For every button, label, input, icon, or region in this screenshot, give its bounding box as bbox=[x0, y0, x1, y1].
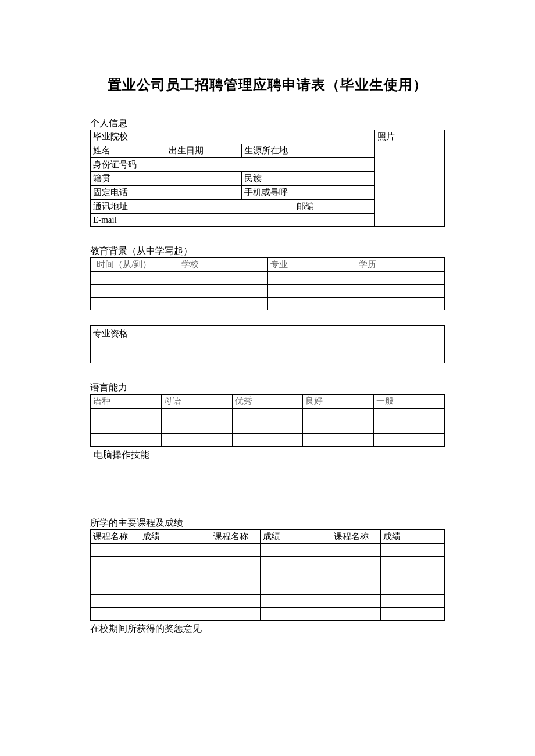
mobile-label: 手机或寻呼 bbox=[242, 186, 294, 200]
education-table: 时间（从/到） 学校 专业 学历 bbox=[90, 257, 445, 310]
email-label: E-mail bbox=[91, 214, 375, 227]
spacer bbox=[90, 363, 445, 378]
edu-col-time: 时间（从/到） bbox=[91, 258, 179, 272]
computer-skills-heading: 电脑操作技能 bbox=[94, 449, 445, 461]
lang-col-good: 良好 bbox=[303, 395, 374, 409]
table-row bbox=[91, 544, 445, 557]
course-col-score-3: 成绩 bbox=[381, 530, 445, 544]
table-row bbox=[91, 434, 445, 447]
document-title: 置业公司员工招聘管理应聘申请表（毕业生使用） bbox=[90, 76, 445, 94]
awards-heading: 在校期间所获得的奖惩意见 bbox=[90, 623, 445, 635]
course-col-name-1: 课程名称 bbox=[91, 530, 140, 544]
course-col-name-3: 课程名称 bbox=[331, 530, 381, 544]
lang-col-native: 母语 bbox=[161, 395, 232, 409]
language-table: 语种 母语 优秀 良好 一般 bbox=[90, 394, 445, 447]
spacer bbox=[90, 461, 445, 514]
course-col-score-1: 成绩 bbox=[140, 530, 211, 544]
lang-col-lang: 语种 bbox=[91, 395, 162, 409]
phone-label: 固定电话 bbox=[91, 186, 242, 200]
page: 置业公司员工招聘管理应聘申请表（毕业生使用） 个人信息 毕业院校 照片 姓名 出… bbox=[0, 0, 535, 756]
zip-label: 邮编 bbox=[294, 200, 375, 214]
lang-col-fair: 一般 bbox=[374, 395, 445, 409]
table-row bbox=[91, 582, 445, 595]
name-label: 姓名 bbox=[91, 144, 166, 158]
address-label: 通讯地址 bbox=[91, 200, 294, 214]
language-heading: 语言能力 bbox=[90, 382, 445, 394]
edu-col-school: 学校 bbox=[179, 258, 268, 272]
edu-col-degree: 学历 bbox=[356, 258, 444, 272]
table-row bbox=[91, 298, 445, 310]
table-row bbox=[91, 409, 445, 421]
birth-date-label: 出生日期 bbox=[166, 144, 242, 158]
table-row bbox=[91, 421, 445, 434]
language-header-row: 语种 母语 优秀 良好 一般 bbox=[91, 395, 445, 409]
origin-label: 生源所在地 bbox=[242, 144, 375, 158]
qualification-box: 专业资格 bbox=[90, 325, 445, 363]
spacer bbox=[90, 227, 445, 242]
personal-info-heading: 个人信息 bbox=[90, 117, 445, 130]
mobile-value bbox=[294, 186, 375, 200]
id-number-label: 身份证号码 bbox=[91, 158, 375, 172]
courses-header-row: 课程名称 成绩 课程名称 成绩 课程名称 成绩 bbox=[91, 530, 445, 544]
photo-label: 照片 bbox=[375, 130, 445, 227]
lang-col-excellent: 优秀 bbox=[232, 395, 303, 409]
ethnic-label: 民族 bbox=[242, 172, 375, 186]
table-row bbox=[91, 595, 445, 608]
education-heading: 教育背景（从中学写起） bbox=[90, 245, 445, 257]
table-row: 毕业院校 照片 bbox=[91, 130, 445, 144]
courses-table: 课程名称 成绩 课程名称 成绩 课程名称 成绩 bbox=[90, 529, 445, 621]
personal-info-table: 毕业院校 照片 姓名 出生日期 生源所在地 身份证号码 籍贯 民族 固定电话 手… bbox=[90, 130, 445, 227]
course-col-name-2: 课程名称 bbox=[211, 530, 261, 544]
table-row bbox=[91, 608, 445, 621]
table-row bbox=[91, 569, 445, 582]
edu-col-major: 专业 bbox=[268, 258, 356, 272]
table-row bbox=[91, 557, 445, 569]
qualification-heading: 专业资格 bbox=[93, 329, 128, 338]
table-row bbox=[91, 285, 445, 298]
table-row bbox=[91, 272, 445, 285]
course-col-score-2: 成绩 bbox=[261, 530, 331, 544]
spacer bbox=[90, 310, 445, 325]
courses-heading: 所学的主要课程及成绩 bbox=[90, 517, 445, 529]
native-place-label: 籍贯 bbox=[91, 172, 242, 186]
education-header-row: 时间（从/到） 学校 专业 学历 bbox=[91, 258, 445, 272]
grad-school-label: 毕业院校 bbox=[91, 130, 375, 144]
